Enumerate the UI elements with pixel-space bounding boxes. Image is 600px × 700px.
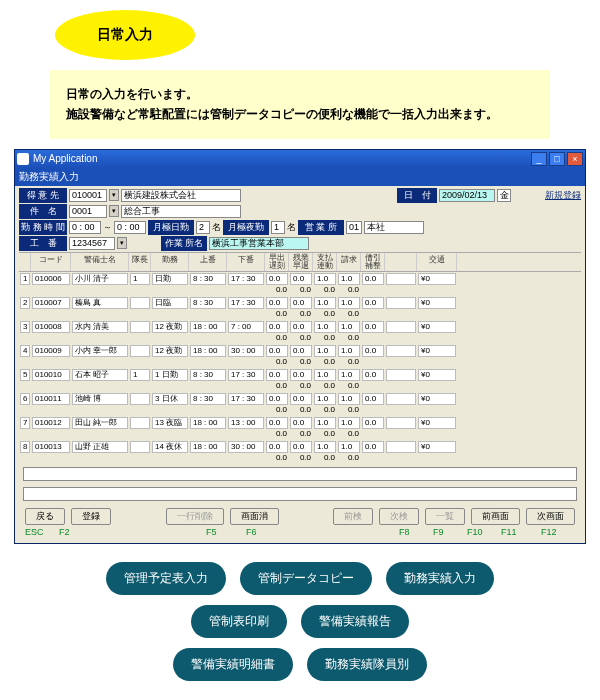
code-cell[interactable]: 010013 xyxy=(32,441,70,453)
kinmu-cell[interactable]: 14 夜休 xyxy=(152,441,188,453)
kinmu-cell[interactable]: 1 日勤 xyxy=(152,369,188,381)
hayade-cell[interactable]: 0.0 xyxy=(266,369,288,381)
prev-screen-button[interactable]: 前画面 xyxy=(471,508,520,525)
jo-cell[interactable]: 18 : 00 xyxy=(190,345,226,357)
jo-cell[interactable]: 8 : 30 xyxy=(190,273,226,285)
pill-keibi-meisai[interactable]: 警備実績明細書 xyxy=(173,648,293,681)
shiharai-cell[interactable]: 1.0 xyxy=(314,441,336,453)
seikyu-cell[interactable]: 1.0 xyxy=(338,297,360,309)
hayade-cell[interactable]: 0.0 xyxy=(266,441,288,453)
pill-kansei-print[interactable]: 管制表印刷 xyxy=(191,605,287,638)
name-cell[interactable]: 小川 清子 xyxy=(72,273,128,285)
shiharai-cell[interactable]: 1.0 xyxy=(314,369,336,381)
kinmu-cell[interactable]: 12 夜勤 xyxy=(152,321,188,333)
ge-cell[interactable]: 30 : 00 xyxy=(228,345,264,357)
code-cell[interactable]: 010012 xyxy=(32,417,70,429)
ukehiki-cell[interactable]: 0.0 xyxy=(362,297,384,309)
taicho-cell[interactable] xyxy=(130,393,150,405)
hayade-cell[interactable]: 0.0 xyxy=(266,417,288,429)
fld-time-from[interactable]: 0 : 00 xyxy=(69,221,101,234)
ge-cell[interactable]: 13 : 00 xyxy=(228,417,264,429)
zangyo-cell[interactable]: 0.0 xyxy=(290,369,312,381)
shiharai-cell[interactable]: 1.0 xyxy=(314,273,336,285)
name-cell[interactable]: 小内 幸一郎 xyxy=(72,345,128,357)
jo-cell[interactable]: 8 : 30 xyxy=(190,369,226,381)
ukehiki-cell[interactable]: 0.0 xyxy=(362,273,384,285)
fld-date[interactable]: 2009/02/13 xyxy=(439,189,495,202)
fld-tokuisaki-code[interactable]: 010001 xyxy=(69,189,107,202)
fld-eigyosho-name[interactable]: 本社 xyxy=(364,221,424,234)
minimize-button[interactable]: _ xyxy=(531,152,547,166)
name-cell[interactable]: 水内 清美 xyxy=(72,321,128,333)
shiharai-cell[interactable]: 1.0 xyxy=(314,345,336,357)
maximize-button[interactable]: □ xyxy=(549,152,565,166)
jo-cell[interactable]: 18 : 00 xyxy=(190,417,226,429)
ge-cell[interactable]: 30 : 00 xyxy=(228,441,264,453)
jo-cell[interactable]: 8 : 30 xyxy=(190,297,226,309)
blank-cell[interactable] xyxy=(386,273,416,285)
ukehiki-cell[interactable]: 0.0 xyxy=(362,321,384,333)
hayade-cell[interactable]: 0.0 xyxy=(266,393,288,405)
shiharai-cell[interactable]: 1.0 xyxy=(314,417,336,429)
titlebar[interactable]: My Application _ □ × xyxy=(15,150,585,168)
taicho-cell[interactable]: 1 xyxy=(130,273,150,285)
dropdown-icon[interactable]: ▾ xyxy=(109,189,119,201)
hayade-cell[interactable]: 0.0 xyxy=(266,297,288,309)
ukehiki-cell[interactable]: 0.0 xyxy=(362,345,384,357)
prev-rec-button[interactable]: 前検 xyxy=(333,508,373,525)
seikyu-cell[interactable]: 1.0 xyxy=(338,441,360,453)
jo-cell[interactable]: 18 : 00 xyxy=(190,321,226,333)
seikyu-cell[interactable]: 1.0 xyxy=(338,273,360,285)
zangyo-cell[interactable]: 0.0 xyxy=(290,417,312,429)
code-cell[interactable]: 010008 xyxy=(32,321,70,333)
blank-cell[interactable] xyxy=(386,321,416,333)
blank-cell[interactable] xyxy=(386,369,416,381)
seikyu-cell[interactable]: 1.0 xyxy=(338,417,360,429)
koutsu-cell[interactable]: ¥0 xyxy=(418,273,456,285)
shiharai-cell[interactable]: 1.0 xyxy=(314,393,336,405)
ukehiki-cell[interactable]: 0.0 xyxy=(362,441,384,453)
shiharai-cell[interactable]: 1.0 xyxy=(314,297,336,309)
zangyo-cell[interactable]: 0.0 xyxy=(290,297,312,309)
code-cell[interactable]: 010010 xyxy=(32,369,70,381)
fld-time-to[interactable]: 0 : 00 xyxy=(114,221,146,234)
ge-cell[interactable]: 17 : 30 xyxy=(228,393,264,405)
pill-kinmu-taiinbetsu[interactable]: 勤務実績隊員別 xyxy=(307,648,427,681)
koutsu-cell[interactable]: ¥0 xyxy=(418,441,456,453)
ge-cell[interactable]: 7 : 00 xyxy=(228,321,264,333)
name-cell[interactable]: 石本 昭子 xyxy=(72,369,128,381)
hayade-cell[interactable]: 0.0 xyxy=(266,321,288,333)
next-rec-button[interactable]: 次検 xyxy=(379,508,419,525)
fld-tokuisaki-name[interactable]: 横浜建設株式会社 xyxy=(121,189,241,202)
ukehiki-cell[interactable]: 0.0 xyxy=(362,369,384,381)
blank-cell[interactable] xyxy=(386,345,416,357)
name-cell[interactable]: 山野 正雄 xyxy=(72,441,128,453)
koutsu-cell[interactable]: ¥0 xyxy=(418,345,456,357)
ge-cell[interactable]: 17 : 30 xyxy=(228,369,264,381)
blank-cell[interactable] xyxy=(386,441,416,453)
code-cell[interactable]: 010011 xyxy=(32,393,70,405)
code-cell[interactable]: 010007 xyxy=(32,297,70,309)
koutsu-cell[interactable]: ¥0 xyxy=(418,321,456,333)
pill-keibi-jisseki-houkoku[interactable]: 警備実績報告 xyxy=(301,605,409,638)
seikyu-cell[interactable]: 1.0 xyxy=(338,369,360,381)
seikyu-cell[interactable]: 1.0 xyxy=(338,393,360,405)
koutsu-cell[interactable]: ¥0 xyxy=(418,417,456,429)
zangyo-cell[interactable]: 0.0 xyxy=(290,393,312,405)
memo-input-1[interactable] xyxy=(23,467,577,481)
fld-sakyosho-name[interactable]: 横浜工事営業本部 xyxy=(209,237,309,250)
dropdown-icon[interactable]: ▾ xyxy=(109,205,119,217)
blank-cell[interactable] xyxy=(386,297,416,309)
zangyo-cell[interactable]: 0.0 xyxy=(290,345,312,357)
taicho-cell[interactable]: 1 xyxy=(130,369,150,381)
taicho-cell[interactable] xyxy=(130,441,150,453)
ge-cell[interactable]: 17 : 30 xyxy=(228,273,264,285)
fld-eigyosho-code[interactable]: 01 xyxy=(346,221,362,234)
back-button[interactable]: 戻る xyxy=(25,508,65,525)
fld-yakin-count[interactable]: 1 xyxy=(271,221,285,234)
taicho-cell[interactable] xyxy=(130,417,150,429)
jo-cell[interactable]: 8 : 30 xyxy=(190,393,226,405)
memo-input-2[interactable] xyxy=(23,487,577,501)
ukehiki-cell[interactable]: 0.0 xyxy=(362,417,384,429)
kinmu-cell[interactable]: 日臨 xyxy=(152,297,188,309)
